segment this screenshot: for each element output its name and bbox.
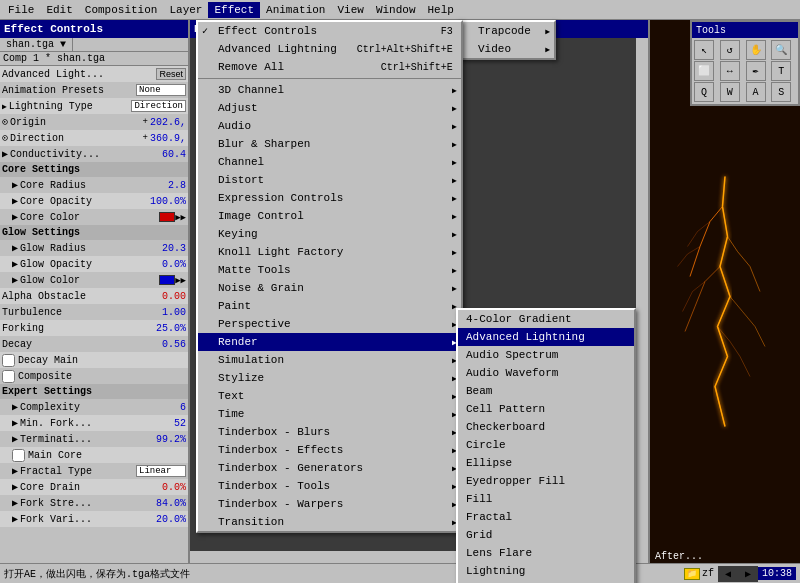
core-radius-value[interactable]: 2.8 <box>168 180 186 191</box>
menu-item-tinderbox-effects[interactable]: Tinderbox - Effects▶ <box>198 441 461 459</box>
menu-view[interactable]: View <box>331 2 369 18</box>
tool-rotate[interactable]: ↺ <box>720 40 740 60</box>
animation-presets-dropdown[interactable]: None <box>136 84 186 96</box>
tool-extra3[interactable]: A <box>746 82 766 102</box>
arrow-left-btn[interactable]: ◀ <box>718 566 738 582</box>
core-opacity-value[interactable]: 100.0% <box>150 196 186 207</box>
menu-item-paint[interactable]: Paint▶ <box>198 297 461 315</box>
menu-item-matte-tools[interactable]: Matte Tools▶ <box>198 261 461 279</box>
menu-file[interactable]: File <box>2 2 40 18</box>
termination-value[interactable]: 99.2% <box>156 434 186 445</box>
menu-item-distort[interactable]: Distort▶ <box>198 171 461 189</box>
glow-color-btn[interactable]: ▶▶ <box>175 275 186 286</box>
menu-item-transition[interactable]: Transition▶ <box>198 513 461 531</box>
menu-help[interactable]: Help <box>422 2 460 18</box>
menu-item-keying[interactable]: Keying▶ <box>198 225 461 243</box>
submenu-4color[interactable]: 4-Color Gradient <box>458 310 634 328</box>
menu-item-3d-channel[interactable]: 3D Channel▶ <box>198 81 461 99</box>
fractal-type-dropdown[interactable]: Linear <box>136 465 186 477</box>
glow-opacity-value[interactable]: 0.0% <box>162 259 186 270</box>
tool-text[interactable]: T <box>771 61 791 81</box>
menu-window[interactable]: Window <box>370 2 422 18</box>
conductivity-value[interactable]: 60.4 <box>162 149 186 160</box>
menu-item-blur-sharpen[interactable]: Blur & Sharpen▶ <box>198 135 461 153</box>
menu-item-simulation[interactable]: Simulation▶ <box>198 351 461 369</box>
forking-value[interactable]: 25.0% <box>156 323 186 334</box>
menu-item-render[interactable]: Render▶ <box>198 333 461 351</box>
tool-hand[interactable]: ✋ <box>746 40 766 60</box>
submenu-beam[interactable]: Beam <box>458 382 634 400</box>
tool-extra4[interactable]: S <box>771 82 791 102</box>
direction-value[interactable]: 360.9, <box>150 133 186 144</box>
menu-item-noise-grain[interactable]: Noise & Grain▶ <box>198 279 461 297</box>
tool-zoom[interactable]: 🔍 <box>771 40 791 60</box>
menu-item-audio[interactable]: Audio▶ <box>198 117 461 135</box>
submenu-audio-waveform[interactable]: Audio Waveform <box>458 364 634 382</box>
video-item[interactable]: Video ▶ <box>458 40 554 58</box>
comp-scrollbar[interactable] <box>636 38 648 563</box>
menu-item-expression-controls[interactable]: Expression Controls▶ <box>198 189 461 207</box>
core-color-swatch[interactable] <box>159 212 175 222</box>
menu-item-tinderbox-generators[interactable]: Tinderbox - Generators▶ <box>198 459 461 477</box>
menu-item-tinderbox-blurs[interactable]: Tinderbox - Blurs▶ <box>198 423 461 441</box>
submenu-checkerboard[interactable]: Checkerboard <box>458 418 634 436</box>
alpha-obstacle-value[interactable]: 0.00 <box>162 291 186 302</box>
fork-strength-value[interactable]: 84.0% <box>156 498 186 509</box>
glow-color-swatch[interactable] <box>159 275 175 285</box>
arrow-right-btn[interactable]: ▶ <box>738 566 758 582</box>
tool-extra1[interactable]: Q <box>694 82 714 102</box>
menu-item-image-control[interactable]: Image Control▶ <box>198 207 461 225</box>
menu-item-effect-controls[interactable]: ✓ Effect Controls F3 <box>198 22 461 40</box>
menu-effect[interactable]: Effect <box>208 2 260 18</box>
menu-animation[interactable]: Animation <box>260 2 331 18</box>
menu-item-adjust[interactable]: Adjust▶ <box>198 99 461 117</box>
menu-item-advanced-lightning[interactable]: Advanced Lightning Ctrl+Alt+Shift+E <box>198 40 461 58</box>
menu-item-remove-all[interactable]: Remove All Ctrl+Shift+E <box>198 58 461 76</box>
menu-item-channel[interactable]: Channel▶ <box>198 153 461 171</box>
tool-rect[interactable]: ⬜ <box>694 61 714 81</box>
comp-tab[interactable]: Comp 1 * shan.tga <box>0 52 188 66</box>
stylize-label: Stylize <box>218 372 264 384</box>
submenu-ellipse[interactable]: Ellipse <box>458 454 634 472</box>
menu-item-stylize[interactable]: Stylize▶ <box>198 369 461 387</box>
menu-edit[interactable]: Edit <box>40 2 78 18</box>
submenu-audio-spectrum[interactable]: Audio Spectrum <box>458 346 634 364</box>
tool-arrow[interactable]: ↖ <box>694 40 714 60</box>
turbulence-value[interactable]: 1.00 <box>162 307 186 318</box>
lightning-type-dropdown[interactable]: Direction <box>131 100 186 112</box>
tool-move[interactable]: ↔ <box>720 61 740 81</box>
menu-layer[interactable]: Layer <box>163 2 208 18</box>
decay-main-checkbox[interactable] <box>2 354 15 367</box>
menu-item-knoll[interactable]: Knoll Light Factory▶ <box>198 243 461 261</box>
main-core-checkbox[interactable] <box>12 449 25 462</box>
submenu-grid[interactable]: Grid <box>458 526 634 544</box>
decay-value[interactable]: 0.56 <box>162 339 186 350</box>
composite-checkbox[interactable] <box>2 370 15 383</box>
core-color-btn[interactable]: ▶▶ <box>175 212 186 223</box>
complexity-value[interactable]: 6 <box>180 402 186 413</box>
submenu-lightning[interactable]: Lightning <box>458 562 634 580</box>
tool-extra2[interactable]: W <box>720 82 740 102</box>
reset-button[interactable]: Reset <box>156 68 186 80</box>
menu-item-tinderbox-warpers[interactable]: Tinderbox - Warpers▶ <box>198 495 461 513</box>
submenu-cell-pattern[interactable]: Cell Pattern <box>458 400 634 418</box>
menu-item-perspective[interactable]: Perspective▶ <box>198 315 461 333</box>
submenu-fractal[interactable]: Fractal <box>458 508 634 526</box>
tool-pen[interactable]: ✒ <box>746 61 766 81</box>
submenu-circle[interactable]: Circle <box>458 436 634 454</box>
submenu-fill[interactable]: Fill <box>458 490 634 508</box>
fork-variation-value[interactable]: 20.0% <box>156 514 186 525</box>
trapcode-item[interactable]: Trapcode ▶ <box>458 22 554 40</box>
min-fork-value[interactable]: 52 <box>174 418 186 429</box>
origin-value[interactable]: 202.6, <box>150 117 186 128</box>
submenu-lens-flare[interactable]: Lens Flare <box>458 544 634 562</box>
menu-composition[interactable]: Composition <box>79 2 164 18</box>
submenu-eyedropper-fill[interactable]: Eyedropper Fill <box>458 472 634 490</box>
menu-item-time[interactable]: Time▶ <box>198 405 461 423</box>
menu-item-text[interactable]: Text▶ <box>198 387 461 405</box>
core-drain-value[interactable]: 0.0% <box>162 482 186 493</box>
menu-item-tinderbox-tools[interactable]: Tinderbox - Tools▶ <box>198 477 461 495</box>
submenu-advanced-lightning[interactable]: Advanced Lightning <box>458 328 634 346</box>
glow-radius-value[interactable]: 20.3 <box>162 243 186 254</box>
panel-tab-1[interactable]: shan.tga ▼ <box>0 38 73 51</box>
